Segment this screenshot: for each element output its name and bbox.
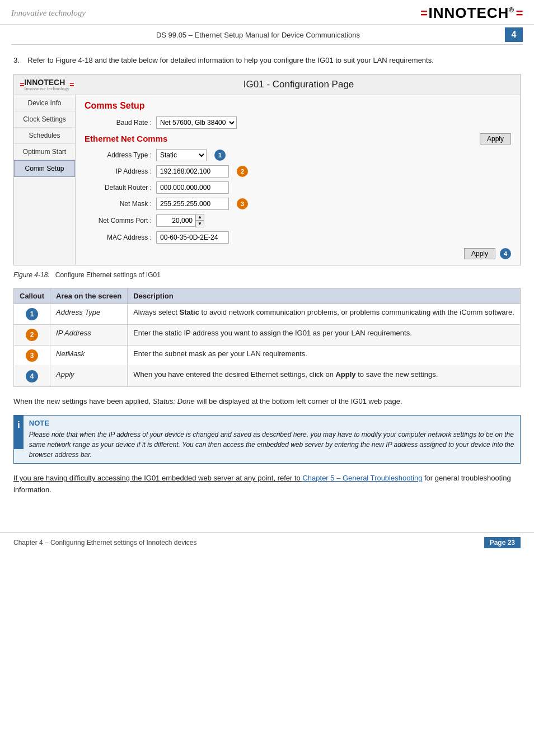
page-footer: Chapter 4 – Configuring Ethernet setting… [0, 532, 534, 553]
net-mask-label: Net Mask : [85, 200, 152, 208]
sidebar-item-comm-setup[interactable]: Comm Setup [14, 160, 75, 177]
config-panel-title: IG01 - Configuration Page [83, 79, 514, 90]
table-row: 4 Apply When you have entered the desire… [14, 366, 521, 386]
callout-4: 4 [500, 248, 511, 259]
apply-top-button[interactable]: Apply [480, 133, 511, 144]
panel-logo-arrow: = [20, 80, 24, 89]
ip-address-label: IP Address : [85, 167, 152, 175]
ip-address-input[interactable] [156, 165, 229, 178]
note-box: i NOTE Please note that when the IP addr… [13, 415, 521, 464]
intro-paragraph: 3. Refer to Figure 4-18 and the table be… [13, 55, 521, 66]
note-text: Please note that when the IP address of … [29, 430, 514, 460]
status-paragraph: When the new settings have been applied,… [13, 396, 521, 408]
main-content: 3. Refer to Figure 4-18 and the table be… [0, 45, 534, 510]
logo-text: INNOTECH® [429, 4, 515, 22]
table-header-description: Description [128, 288, 521, 304]
config-body: Device Info Clock Settings Schedules Opt… [14, 95, 520, 265]
callout-num-2: 2 [26, 329, 38, 341]
intro-text: Refer to Figure 4-18 and the table below… [27, 56, 434, 64]
table-cell-area-4: Apply [50, 366, 128, 386]
footer-page: Page 23 [484, 537, 521, 548]
config-panel-header: = INNOTECH Innovative technology = IG01 … [14, 74, 520, 95]
config-panel: = INNOTECH Innovative technology = IG01 … [13, 74, 521, 265]
callout-3: 3 [237, 198, 248, 209]
spinner-up[interactable]: ▲ [195, 214, 204, 221]
table-header-area: Area on the screen [50, 288, 128, 304]
sidebar-item-device-info[interactable]: Device Info [14, 95, 75, 111]
intro-number: 3. [13, 56, 20, 64]
table-cell-callout-4: 4 [14, 366, 50, 386]
baud-rate-row: Baud Rate : Net 57600, Glb 38400 [85, 116, 511, 129]
note-icon: i [17, 420, 20, 430]
spinner-down[interactable]: ▼ [195, 221, 204, 227]
header-logo-main: = INNOTECH® = [420, 4, 523, 22]
default-router-input[interactable] [156, 181, 229, 194]
table-header-callout: Callout [14, 288, 50, 304]
callout-1: 1 [214, 150, 226, 161]
page-number-box: 4 [505, 27, 523, 42]
sidebar-item-optimum-start[interactable]: Optimum Start [14, 144, 75, 160]
link-paragraph: If you are having difficulty accessing t… [13, 473, 521, 496]
table-cell-callout-3: 3 [14, 345, 50, 366]
panel-logo-sub: Innovative technology [24, 86, 69, 91]
table-cell-callout-2: 2 [14, 324, 50, 345]
address-type-select[interactable]: Static [156, 149, 207, 161]
default-router-row: Default Router : [85, 181, 511, 194]
baud-rate-label: Baud Rate : [85, 119, 152, 127]
logo-arrow: = [420, 6, 428, 21]
note-icon-col: i [14, 416, 24, 449]
figure-label: Figure 4-18: [13, 271, 50, 279]
note-title: NOTE [29, 419, 514, 427]
title-bar: DS 99.05 – Ethernet Setup Manual for Dev… [11, 25, 523, 45]
table-cell-desc-2: Enter the static IP address you want to … [128, 324, 521, 345]
callout-num-1: 1 [26, 308, 38, 320]
net-comms-port-spinner: ▲ ▼ [156, 214, 204, 227]
table-row: 2 IP Address Enter the static IP address… [14, 324, 521, 345]
baud-rate-select[interactable]: Net 57600, Glb 38400 [156, 116, 237, 129]
config-sidebar: Device Info Clock Settings Schedules Opt… [14, 95, 76, 265]
table-cell-desc-3: Enter the subnet mask as per your LAN re… [128, 345, 521, 366]
document-title: DS 99.05 – Ethernet Setup Manual for Dev… [11, 31, 505, 39]
apply-bottom-row: Apply 4 [85, 248, 511, 259]
status-italic: Status: Done [153, 397, 195, 405]
spinner-arrows: ▲ ▼ [195, 214, 204, 227]
figure-text: Configure Ethernet settings of IG01 [55, 271, 161, 279]
status-text-pre: When the new settings have been applied, [13, 397, 153, 405]
eth-section-title: Ethernet Net Comms [85, 134, 167, 143]
apply-bottom-button[interactable]: Apply [464, 248, 495, 259]
callout-num-4: 4 [26, 370, 38, 382]
figure-caption: Figure 4-18: Configure Ethernet settings… [13, 271, 521, 279]
eth-section-header: Ethernet Net Comms Apply [85, 133, 511, 144]
status-text-post: will be displayed at the bottom left cor… [195, 397, 402, 405]
default-router-label: Default Router : [85, 184, 152, 192]
net-mask-input[interactable] [156, 198, 229, 210]
comms-setup-title: Comms Setup [85, 101, 511, 111]
table-cell-area-1: Address Type [50, 304, 128, 324]
header-left: Innovative technology [11, 8, 86, 18]
net-comms-port-input[interactable] [156, 214, 195, 227]
page-header: Innovative technology = INNOTECH® = [0, 0, 534, 25]
table-cell-desc-4: When you have entered the desired Ethern… [128, 366, 521, 386]
config-main-area: Comms Setup Baud Rate : Net 57600, Glb 3… [76, 95, 520, 265]
mac-address-row: MAC Address : [85, 231, 511, 244]
config-panel-logo: = INNOTECH Innovative technology = [20, 78, 74, 91]
net-comms-port-row: Net Comms Port : ▲ ▼ [85, 214, 511, 227]
table-cell-area-2: IP Address [50, 324, 128, 345]
mac-address-input[interactable] [156, 231, 229, 244]
link-text-pre: If you are having difficulty accessing t… [13, 474, 302, 482]
callout-2: 2 [237, 166, 248, 177]
troubleshooting-link[interactable]: Chapter 5 – General Troubleshooting [302, 474, 422, 482]
net-mask-row: Net Mask : 3 [85, 198, 511, 210]
net-comms-port-label: Net Comms Port : [85, 217, 152, 225]
mac-address-label: MAC Address : [85, 234, 152, 241]
callout-table: Callout Area on the screen Description 1… [13, 288, 521, 387]
footer-text: Chapter 4 – Configuring Ethernet setting… [13, 539, 197, 547]
sidebar-item-clock-settings[interactable]: Clock Settings [14, 111, 75, 128]
logo-arrow-right: = [516, 6, 523, 21]
table-cell-area-3: NetMask [50, 345, 128, 366]
ip-address-row: IP Address : 2 [85, 165, 511, 178]
address-type-label: Address Type : [85, 151, 152, 159]
address-type-row: Address Type : Static 1 [85, 149, 511, 161]
panel-logo-arrow2: = [69, 80, 74, 89]
sidebar-item-schedules[interactable]: Schedules [14, 128, 75, 144]
